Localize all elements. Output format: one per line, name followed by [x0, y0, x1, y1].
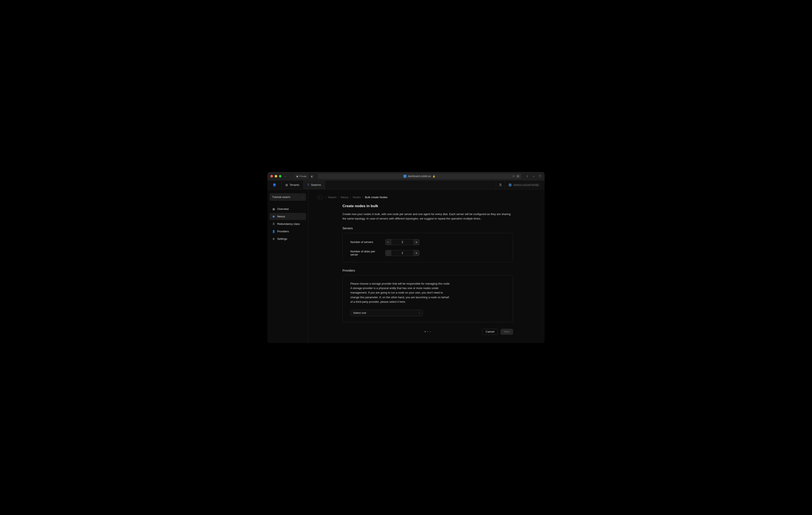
chevron-right-icon: ›: [302, 196, 303, 198]
cancel-button-label: Cancel: [486, 330, 494, 333]
url-bar[interactable]: dashboard.cubbit.eu 🔒 ⟳ •••: [318, 173, 521, 179]
avatar-icon: 👤: [509, 183, 512, 187]
sidebar: Tutorial-swarm › ▦ Overview ⬢ Nexus ☰ Re…: [267, 189, 308, 343]
chevron-right-icon: ›: [419, 311, 420, 315]
num-disks-row: Number of disks per server − 1 +: [350, 250, 505, 256]
tabs-icon[interactable]: ❐: [538, 175, 542, 178]
servers-heading: Servers: [343, 226, 513, 230]
sidebar-item-providers[interactable]: 👤 Providers: [269, 228, 306, 235]
sidebar-item-redundancy[interactable]: ☰ Redundancy class: [269, 220, 306, 227]
reload-icon[interactable]: ⟳: [512, 175, 515, 178]
main-content: ← / Swarm / Nexus / Nodes / Bulk create …: [308, 189, 545, 343]
cancel-button[interactable]: Cancel: [482, 329, 498, 335]
num-disks-stepper: − 1 +: [385, 250, 419, 256]
swarm-selector[interactable]: Tutorial-swarm ›: [269, 193, 306, 201]
browser-window: ‹ › ▣ Private ◐ dashboard.cubbit.eu 🔒 ⟳ …: [267, 172, 545, 343]
breadcrumb-current: Bulk create Nodes: [365, 196, 387, 199]
breadcrumb-separator: /: [350, 196, 351, 199]
sidebar-item-label: Providers: [277, 230, 289, 233]
sidebar-item-settings[interactable]: ⚙ Settings: [269, 235, 306, 242]
arrow-left-icon: ←: [318, 196, 321, 199]
close-window-icon[interactable]: [270, 175, 273, 178]
num-servers-label: Number of servers: [350, 240, 380, 244]
step-dot-1: [425, 331, 426, 332]
top-nav: ▦ Tenants ⠿ Swarms 文 👤 lorenzo.cazzoli+t…: [267, 181, 545, 189]
back-icon[interactable]: ‹: [284, 175, 287, 178]
more-icon[interactable]: •••: [517, 175, 519, 178]
servers-increment-button[interactable]: +: [413, 239, 419, 245]
num-servers-stepper: − 2 +: [385, 239, 419, 245]
tab-tenants[interactable]: ▦ Tenants: [282, 181, 303, 189]
gear-icon: ⚙: [272, 238, 275, 240]
app-body: Tutorial-swarm › ▦ Overview ⬢ Nexus ☰ Re…: [267, 189, 545, 343]
servers-panel: Number of servers − 2 + Number of disks …: [343, 233, 513, 263]
providers-heading: Providers: [343, 269, 513, 272]
breadcrumb-nexus[interactable]: Nexus: [341, 196, 349, 199]
tab-swarms-label: Swarms: [311, 183, 321, 186]
num-disks-label: Number of disks per server: [350, 250, 380, 256]
next-button-label: Next: [504, 330, 510, 333]
intro-italic: In case of servers with different topolo…: [367, 217, 482, 220]
breadcrumb-row: ← / Swarm / Nexus / Nodes / Bulk create …: [317, 195, 536, 199]
breadcrumb-nodes[interactable]: Nodes: [353, 196, 361, 199]
intro-text: Create now your nodes in bulk, with one …: [343, 212, 513, 221]
app-logo[interactable]: [267, 181, 282, 189]
private-label: Private: [299, 175, 307, 178]
maximize-window-icon[interactable]: [279, 175, 282, 178]
favicon-icon: [403, 175, 406, 178]
servers-value[interactable]: 2: [391, 239, 413, 245]
sidebar-item-label: Settings: [277, 237, 287, 240]
sidebar-item-label: Nexus: [277, 215, 285, 218]
num-servers-row: Number of servers − 2 +: [350, 239, 505, 245]
breadcrumb-separator: /: [338, 196, 339, 199]
breadcrumb-separator: /: [325, 196, 326, 199]
disks-decrement-button: −: [385, 250, 391, 256]
sidebar-item-nexus[interactable]: ⬢ Nexus: [269, 213, 306, 220]
translate-icon: 文: [499, 183, 502, 187]
servers-decrement-button[interactable]: −: [385, 239, 391, 245]
sidebar-item-label: Redundancy class: [277, 222, 300, 225]
grid-icon: ▦: [272, 208, 275, 211]
browser-chrome-bar: ‹ › ▣ Private ◐ dashboard.cubbit.eu 🔒 ⟳ …: [267, 172, 545, 181]
traffic-lights: [270, 175, 282, 178]
disks-value[interactable]: 1: [391, 250, 413, 256]
next-button: Next: [500, 329, 513, 335]
disks-increment-button[interactable]: +: [413, 250, 419, 256]
layers-icon: ☰: [272, 222, 275, 225]
step-dot-3: [430, 331, 431, 332]
forward-icon: ›: [289, 175, 293, 178]
sidebar-item-label: Overview: [277, 207, 289, 211]
sidebar-item-overview[interactable]: ▦ Overview: [269, 206, 306, 213]
panel-icon: ▣: [296, 175, 298, 178]
appearance-icon[interactable]: ◐: [310, 175, 314, 178]
step-indicator: [425, 331, 431, 332]
step-dot-2: [427, 331, 428, 332]
provider-select[interactable]: Select one ›: [350, 310, 423, 316]
breadcrumb-swarm[interactable]: Swarm: [328, 196, 337, 199]
sidebar-toggle-icon[interactable]: ▣ Private: [295, 174, 308, 178]
providers-panel: Please choose a storage provider that wi…: [343, 275, 513, 322]
page-title: Create nodes in bulk: [343, 204, 513, 208]
minimize-window-icon[interactable]: [274, 175, 277, 178]
providers-description: Please choose a storage provider that wi…: [350, 281, 451, 304]
person-icon: 👤: [272, 230, 275, 233]
form-footer: Cancel Next: [343, 329, 513, 335]
swarm-selected-label: Tutorial-swarm: [272, 195, 290, 199]
share-icon[interactable]: ⇪: [525, 175, 529, 178]
form-content: Create nodes in bulk Create now your nod…: [317, 204, 513, 335]
hexagon-icon: ⬢: [272, 215, 275, 218]
provider-select-placeholder: Select one: [353, 311, 366, 315]
tab-swarms[interactable]: ⠿ Swarms: [303, 181, 325, 189]
breadcrumb-separator: /: [362, 196, 364, 199]
back-button[interactable]: ←: [317, 195, 322, 199]
swarms-icon: ⠿: [307, 183, 310, 186]
user-email: lorenzo.cazzoli+test@…: [514, 184, 541, 186]
url-text: dashboard.cubbit.eu: [408, 175, 431, 178]
user-menu[interactable]: 👤 lorenzo.cazzoli+test@…: [505, 181, 545, 189]
tab-tenants-label: Tenants: [290, 183, 299, 186]
language-button[interactable]: 文: [496, 181, 505, 189]
lock-icon: 🔒: [432, 175, 436, 178]
tenants-icon: ▦: [285, 183, 288, 186]
breadcrumb: / Swarm / Nexus / Nodes / Bulk create No…: [325, 196, 388, 199]
new-tab-icon[interactable]: ＋: [532, 174, 535, 178]
